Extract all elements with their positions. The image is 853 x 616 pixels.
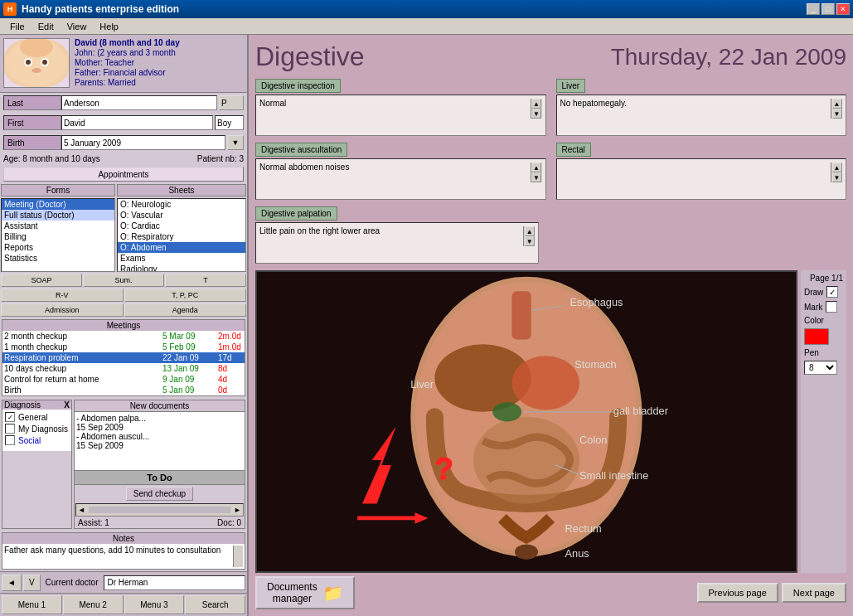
v-button[interactable]: ◄ — [2, 575, 22, 591]
maximize-button[interactable]: □ — [821, 3, 835, 15]
auscultation-scrollbar[interactable]: ▲ ▼ — [531, 162, 542, 182]
rv-button[interactable]: R-V — [1, 289, 124, 302]
meeting-row-1[interactable]: 1 month checkup 5 Feb 09 1m.0d — [2, 342, 245, 352]
sheet-item-5[interactable]: Exams — [118, 253, 245, 264]
birth-dropdown-button[interactable]: ▼ — [227, 135, 244, 150]
search-button[interactable]: Search — [185, 595, 245, 614]
next-page-button[interactable]: Next page — [782, 583, 846, 603]
digestive-inspection-label: Digestive inspection — [255, 79, 341, 93]
ausc-scroll-down[interactable]: ▼ — [531, 172, 541, 182]
menu-edit[interactable]: Edit — [32, 20, 61, 33]
draw-checkbox[interactable]: ✓ — [826, 286, 838, 298]
scroll-left-button[interactable]: ◄ — [76, 506, 87, 514]
diagnosis-close-button[interactable]: X — [64, 400, 70, 410]
menu3-button[interactable]: Menu 3 — [124, 595, 185, 614]
auscultation-input[interactable]: Normal abdomen noises ▲ ▼ — [255, 158, 546, 200]
liver-input[interactable]: No hepatomegaly. ▲ ▼ — [556, 95, 847, 136]
palp-scroll-down[interactable]: ▼ — [525, 236, 535, 246]
palpation-scrollbar[interactable]: ▲ ▼ — [523, 226, 535, 246]
form-item-1[interactable]: Full status (Doctor) — [2, 210, 114, 221]
diag-check-2[interactable] — [5, 435, 15, 445]
sum-button[interactable]: Sum. — [83, 274, 164, 287]
anatomy-image[interactable]: Esophagus Liver Stomach Colon — [255, 270, 797, 573]
meeting-row-0[interactable]: 2 month checkup 5 Mar 09 2m.0d — [2, 331, 245, 342]
meeting-row-4[interactable]: Control for return at home 9 Jan 09 4d — [2, 374, 245, 385]
btn-row-1: SOAP Sum. T — [1, 274, 246, 287]
p-button[interactable]: P — [219, 95, 244, 110]
menu2-button[interactable]: Menu 2 — [63, 595, 124, 614]
palpation-value: Little pain on the right lower area — [259, 226, 523, 235]
last-name-input[interactable]: Anderson — [61, 95, 217, 110]
rectal-scrollbar[interactable]: ▲ ▼ — [831, 162, 842, 182]
scroll-track — [89, 507, 230, 513]
sheet-item-2[interactable]: O: Cardiac — [118, 221, 245, 231]
meeting-row-2[interactable]: Respiration problem 22 Jan 09 17d — [2, 352, 245, 363]
meeting-row-3[interactable]: 10 days checkup 13 Jan 09 8d — [2, 363, 245, 374]
liver-scrollbar[interactable]: ▲ ▼ — [831, 99, 842, 119]
meeting-row-5[interactable]: Birth 5 Jan 09 0d — [2, 385, 245, 395]
new-doc-item-0: - Abdomen palpa... — [76, 414, 243, 423]
auscultation-value: Normal abdomen noises — [259, 162, 531, 172]
liver-scroll-up[interactable]: ▲ — [832, 99, 842, 109]
menu-help[interactable]: Help — [93, 20, 125, 33]
form-item-5[interactable]: Statistics — [2, 253, 114, 264]
tppc-button[interactable]: T, P, PC — [124, 289, 247, 302]
soap-button[interactable]: SOAP — [1, 274, 82, 287]
menu-file[interactable]: File — [3, 20, 32, 33]
documents-manager-button[interactable]: Documentsmanager 📁 — [255, 576, 355, 609]
sheet-item-4[interactable]: O: Abdomen — [118, 242, 245, 253]
patient-john-info: John: (2 years and 3 month — [75, 48, 244, 57]
send-checkup-button[interactable]: Send checkup — [126, 487, 193, 501]
scroll-right-button[interactable]: ► — [232, 506, 243, 514]
birth-date-input[interactable]: 5 January 2009 — [61, 135, 225, 150]
ausc-scroll-up[interactable]: ▲ — [531, 162, 541, 172]
digestive-inspection-input[interactable]: Normal ▲ ▼ — [255, 95, 546, 136]
scroll-down-arrow[interactable]: ▼ — [531, 109, 541, 119]
pen-select[interactable]: 8 4 12 16 — [804, 361, 837, 375]
first-name-input[interactable]: David — [61, 115, 213, 130]
scroll-up-arrow[interactable]: ▲ — [531, 99, 541, 109]
rectal-scroll-down[interactable]: ▼ — [832, 172, 842, 182]
sheet-item-1[interactable]: O: Vascular — [118, 210, 245, 221]
sheet-item-6[interactable]: Radiology — [118, 264, 245, 272]
menu-view[interactable]: View — [61, 20, 94, 33]
new-docs-list[interactable]: - Abdomen palpa... 15 Sep 2009 - Abdomen… — [75, 412, 245, 470]
rectal-input[interactable]: ▲ ▼ — [556, 158, 847, 200]
meeting-date-1: 5 Feb 09 — [162, 342, 216, 352]
close-button[interactable]: ✕ — [836, 3, 850, 15]
previous-page-button[interactable]: Previous page — [697, 583, 778, 603]
digestive-inspection-value: Normal — [259, 99, 531, 108]
diag-check-0[interactable]: ✓ — [5, 412, 15, 422]
palp-scroll-up[interactable]: ▲ — [525, 226, 535, 236]
sheets-list[interactable]: O: Neurologic O: Vascular O: Cardiac O: … — [117, 198, 246, 272]
diagnosis-title: Diagnosis — [4, 400, 41, 410]
forms-list[interactable]: Meeting (Doctor) Full status (Doctor) As… — [1, 198, 115, 272]
menu1-button[interactable]: Menu 1 — [2, 595, 62, 614]
top-fields-row: Digestive inspection Normal ▲ ▼ Liver No… — [255, 79, 846, 136]
minimize-button[interactable]: _ — [807, 3, 820, 15]
sheet-item-3[interactable]: O: Respiratory — [118, 231, 245, 242]
form-item-4[interactable]: Reports — [2, 242, 114, 253]
notes-scrollbar[interactable] — [233, 546, 243, 567]
form-item-3[interactable]: Billing — [2, 231, 114, 242]
rectal-scroll-up[interactable]: ▲ — [832, 162, 842, 172]
horizontal-scrollbar[interactable]: ◄ ► — [75, 503, 244, 517]
appointments-tab[interactable]: Appointments — [3, 167, 244, 182]
palpation-input[interactable]: Little pain on the right lower area ▲ ▼ — [255, 222, 539, 264]
form-item-2[interactable]: Assistant — [2, 221, 114, 231]
v-button-2[interactable]: V — [23, 575, 41, 591]
admission-button[interactable]: Admission — [1, 303, 124, 317]
liver-scroll-down[interactable]: ▼ — [832, 109, 842, 119]
diag-check-1[interactable] — [5, 424, 15, 434]
t-button[interactable]: T — [165, 274, 246, 287]
sheet-item-0[interactable]: O: Neurologic — [118, 199, 245, 210]
agenda-button[interactable]: Agenda — [124, 303, 247, 317]
svg-point-20 — [492, 402, 521, 421]
meetings-list[interactable]: 2 month checkup 5 Mar 09 2m.0d 1 month c… — [2, 331, 245, 395]
form-item-0[interactable]: Meeting (Doctor) — [2, 199, 114, 210]
notes-text[interactable]: Father ask many questions, add 10 minute… — [4, 546, 233, 567]
digestive-inspection-scrollbar[interactable]: ▲ ▼ — [531, 99, 542, 119]
color-swatch[interactable] — [804, 328, 829, 345]
svg-point-17 — [473, 417, 579, 504]
mark-checkbox[interactable] — [826, 301, 837, 313]
